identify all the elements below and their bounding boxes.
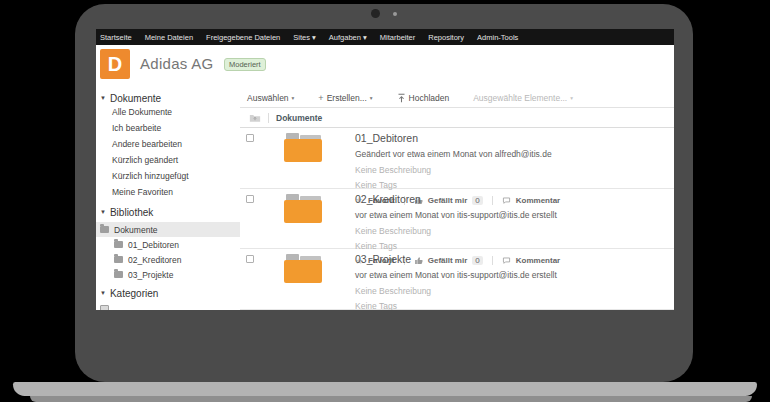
chevron-down-icon: ▾ xyxy=(292,95,295,101)
sidebar-item-andere-bearbeiten[interactable]: Andere bearbeiten xyxy=(96,136,240,152)
section-label: Dokumente xyxy=(110,93,161,104)
breadcrumb-divider xyxy=(268,113,269,123)
plus-icon: + xyxy=(318,93,323,103)
tree-node-label: 01_Debitoren xyxy=(128,240,179,250)
camera-led-icon xyxy=(393,12,397,16)
site-logo[interactable]: D xyxy=(100,49,130,79)
nav-item-sites[interactable]: Sites ▾ xyxy=(293,33,316,42)
sidebar-section-bibliothek[interactable]: ▼ Bibliothek xyxy=(100,206,240,218)
site-title: Adidas AG xyxy=(140,55,214,72)
select-menu-button[interactable]: Auswählen ▾ xyxy=(247,93,294,103)
document-description: Keine Beschreibung xyxy=(355,286,557,296)
category-tree-node-partial xyxy=(100,305,109,310)
row-checkbox[interactable] xyxy=(246,195,254,203)
collapse-triangle-icon: ▼ xyxy=(100,95,106,101)
folder-icon xyxy=(114,241,123,248)
page-background: Startseite Meine Dateien Freigegebene Da… xyxy=(0,0,770,402)
row-checkbox[interactable] xyxy=(246,255,254,263)
tree-node-03-projekte[interactable]: 03_Projekte xyxy=(96,267,240,282)
nav-item-freigegebene-dateien[interactable]: Freigegebene Dateien xyxy=(206,33,280,42)
tree-node-01-debitoren[interactable]: 01_Debitoren xyxy=(96,237,240,252)
document-library-main: Auswählen ▾ + Erstellen... ▾ Ho xyxy=(240,88,674,310)
folder-icon xyxy=(114,256,123,263)
folder-icon xyxy=(114,271,123,278)
document-description: Keine Beschreibung xyxy=(355,226,560,236)
document-row: 01_Debitoren Geändert vor etwa einem Mon… xyxy=(240,128,674,189)
folder-icon xyxy=(100,226,109,233)
breadcrumb: Dokumente xyxy=(240,108,674,128)
site-visibility-badge: Moderiert xyxy=(224,58,266,71)
upload-button[interactable]: Hochladen xyxy=(397,93,450,103)
create-menu-button[interactable]: + Erstellen... ▾ xyxy=(318,93,372,103)
folder-thumbnail-icon[interactable] xyxy=(284,133,322,162)
sidebar-item-meine-favoriten[interactable]: Meine Favoriten xyxy=(96,184,240,200)
document-modified-meta: vor etwa einem Monat von itis-support@it… xyxy=(355,210,560,220)
breadcrumb-current[interactable]: Dokumente xyxy=(276,113,322,123)
screen: Startseite Meine Dateien Freigegebene Da… xyxy=(96,29,674,310)
chevron-down-icon: ▾ xyxy=(370,95,373,101)
document-tags: Keine Tags xyxy=(355,301,557,310)
folder-thumbnail-icon[interactable] xyxy=(284,194,322,223)
tree-node-dokumente-selected[interactable]: Dokumente xyxy=(96,222,240,237)
document-row: 03_Projekte vor etwa einem Monat von iti… xyxy=(240,249,674,310)
document-name-link[interactable]: 03_Projekte xyxy=(355,253,557,265)
document-modified-meta: Geändert vor etwa einem Monat von alfred… xyxy=(355,149,560,159)
collapse-triangle-icon: ▼ xyxy=(100,290,106,296)
chevron-down-icon: ▾ xyxy=(570,95,573,101)
nav-item-startseite[interactable]: Startseite xyxy=(100,33,132,42)
collapse-triangle-icon: ▼ xyxy=(100,209,106,215)
camera-dot-icon xyxy=(371,9,380,18)
selected-items-menu-button[interactable]: Ausgewählte Elemente... ▾ xyxy=(473,93,573,103)
folder-up-icon[interactable] xyxy=(249,113,261,123)
row-checkbox[interactable] xyxy=(246,134,254,142)
sidebar-item-ich-bearbeite[interactable]: Ich bearbeite xyxy=(96,120,240,136)
laptop-base xyxy=(13,382,757,396)
nav-item-aufgaben[interactable]: Aufgaben ▾ xyxy=(329,33,367,42)
nav-item-repository[interactable]: Repository xyxy=(428,33,464,42)
laptop-base-edge xyxy=(30,396,752,402)
document-description: Keine Beschreibung xyxy=(355,165,560,175)
folder-thumbnail-icon[interactable] xyxy=(284,254,322,283)
selected-items-label: Ausgewählte Elemente... xyxy=(473,93,567,103)
nav-item-meine-dateien[interactable]: Meine Dateien xyxy=(145,33,193,42)
tree-node-label: 03_Projekte xyxy=(128,270,173,280)
document-name-link[interactable]: 01_Debitoren xyxy=(355,132,560,144)
sidebar-section-dokumente[interactable]: ▼ Dokumente xyxy=(100,92,240,104)
tree-node-02-kreditoren[interactable]: 02_Kreditoren xyxy=(96,252,240,267)
nav-item-mitarbeiter[interactable]: Mitarbeiter xyxy=(380,33,415,42)
nav-item-admin-tools[interactable]: Admin-Tools xyxy=(477,33,518,42)
document-name-link[interactable]: 02_Kreditoren xyxy=(355,193,560,205)
sidebar-item-kuerzlich-hinzugefuegt[interactable]: Kürzlich hinzugefügt xyxy=(96,168,240,184)
library-toolbar: Auswählen ▾ + Erstellen... ▾ Ho xyxy=(240,88,674,108)
top-nav: Startseite Meine Dateien Freigegebene Da… xyxy=(96,29,674,45)
tree-node-label: Dokumente xyxy=(114,225,157,235)
sidebar-item-kuerzlich-geaendert[interactable]: Kürzlich geändert xyxy=(96,152,240,168)
section-label: Kategorien xyxy=(110,288,158,299)
tree-node-label: 02_Kreditoren xyxy=(128,255,181,265)
document-row: 02_Kreditoren vor etwa einem Monat von i… xyxy=(240,189,674,250)
upload-label: Hochladen xyxy=(409,93,450,103)
sidebar: ▼ Dokumente Alle Dokumente Ich bearbeite… xyxy=(96,88,240,310)
laptop-frame: Startseite Meine Dateien Freigegebene Da… xyxy=(75,4,693,382)
section-label: Bibliothek xyxy=(110,207,153,218)
sidebar-item-alle-dokumente[interactable]: Alle Dokumente xyxy=(96,104,240,120)
upload-icon xyxy=(397,93,406,103)
site-header: D Adidas AG Moderiert xyxy=(96,45,674,88)
document-modified-meta: vor etwa einem Monat von itis-support@it… xyxy=(355,270,557,280)
select-menu-label: Auswählen xyxy=(247,93,289,103)
create-menu-label: Erstellen... xyxy=(327,93,367,103)
sidebar-section-kategorien[interactable]: ▼ Kategorien xyxy=(100,287,240,299)
